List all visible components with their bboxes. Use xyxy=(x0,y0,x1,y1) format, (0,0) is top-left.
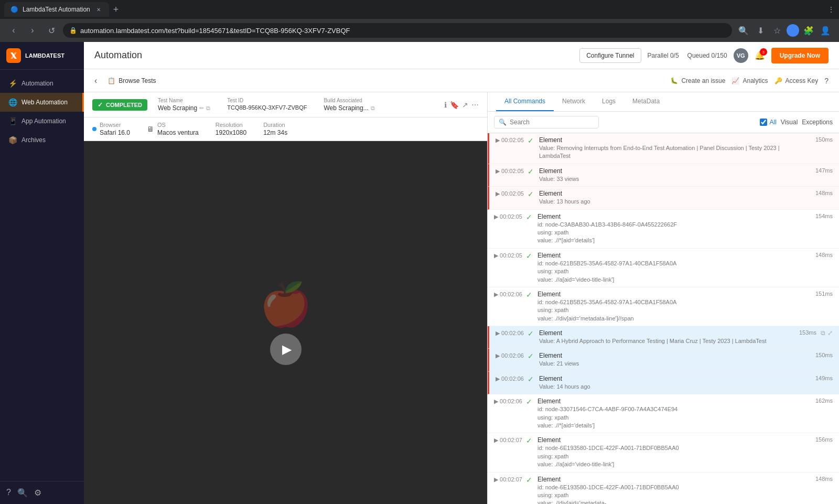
command-row[interactable]: ▶ 00:02:06 ✓ Element id: node-33071546-C… xyxy=(488,394,839,433)
command-row[interactable]: ▶ 00:02:05 ✓ Element Value: 13 hours ago… xyxy=(488,187,839,209)
user-avatar[interactable]: VG xyxy=(734,48,748,63)
command-duration: 148ms xyxy=(809,190,833,196)
configure-tunnel-button[interactable]: Configure Tunnel xyxy=(579,48,641,63)
topbar: Automation Configure Tunnel Parallel 0/5… xyxy=(84,42,839,69)
help-sub-icon[interactable]: ? xyxy=(824,77,829,85)
share-icon[interactable]: ↗ xyxy=(462,101,468,109)
extension-icon[interactable] xyxy=(787,24,799,37)
command-duration: 154ms xyxy=(809,213,833,219)
tab-menu-button[interactable]: ⋮ xyxy=(827,5,835,14)
command-duration: 151ms xyxy=(809,291,833,297)
extensions-icon[interactable]: 🧩 xyxy=(801,23,816,38)
command-status-icon: ✓ xyxy=(528,136,536,145)
sidebar-item-web-automation[interactable]: 🌐 Web Automation xyxy=(0,93,84,112)
os-icon: 🖥 xyxy=(147,125,154,133)
notification-button[interactable]: 🔔 3 xyxy=(755,50,765,60)
more-icon[interactable]: ⋯ xyxy=(471,101,479,109)
reload-button[interactable]: ↺ xyxy=(44,23,59,38)
filter-all-checkbox[interactable] xyxy=(760,119,767,126)
command-row[interactable]: ▶ 00:02:05 ✓ Element id: node-621B5B25-3… xyxy=(488,249,839,287)
access-key-button[interactable]: 🔑 Access Key xyxy=(775,77,819,84)
build-block: Build Associated Web Scraping... ⧉ xyxy=(324,98,374,112)
command-row[interactable]: ▶ 00:02:05 ✓ Element Value: Removing Int… xyxy=(488,133,839,164)
analytics-label: Analytics xyxy=(743,77,768,84)
help-icon[interactable]: ? xyxy=(6,488,11,498)
command-detail: id: node-621B5B25-35A6-4582-97A1-40CBA1F… xyxy=(537,260,805,284)
play-icon: ▶ xyxy=(282,342,292,357)
command-time: ▶ 00:02:05 xyxy=(496,190,524,197)
resolution-label: Resolution xyxy=(216,122,246,128)
download-icon[interactable]: ⬇ xyxy=(753,23,768,38)
command-status-icon: ✓ xyxy=(526,291,534,299)
address-bar[interactable]: 🔒 automation.lambdatest.com/test?build=1… xyxy=(63,23,732,38)
command-row[interactable]: ▶ 00:02:06 ✓ Element Value: A Hybrid App… xyxy=(488,326,839,349)
command-detail: id: node-621B5B25-35A6-4582-97A1-40CBA1F… xyxy=(537,298,805,323)
back-button[interactable]: ‹ xyxy=(94,76,97,85)
sidebar-item-app-automation[interactable]: 📱 App Automation xyxy=(0,112,84,131)
new-tab-button[interactable]: + xyxy=(111,4,121,15)
sidebar-nav: ⚡ Automation 🌐 Web Automation 📱 App Auto… xyxy=(0,70,84,481)
sidebar-item-automation[interactable]: ⚡ Automation xyxy=(0,74,84,93)
command-row[interactable]: ▶ 00:02:06 ✓ Element Value: 14 hours ago… xyxy=(488,372,839,394)
command-name: Element xyxy=(539,352,805,359)
command-duration: 148ms xyxy=(809,252,833,258)
command-content: Element id: node-33071546-C7CA-4ABF-9F00… xyxy=(537,398,805,430)
test-id-value: TCQ8B-956KQ-3XFV7-ZVBQF xyxy=(227,104,307,111)
tabs-bar: All Commands Network Logs MetaData xyxy=(488,92,839,112)
command-status-icon: ✓ xyxy=(528,352,536,360)
play-button[interactable]: ▶ xyxy=(270,334,302,365)
tab-metadata[interactable]: MetaData xyxy=(624,92,668,111)
command-expand-action[interactable]: ⤢ xyxy=(827,329,833,337)
search-toolbar-icon[interactable]: 🔍 xyxy=(736,23,751,38)
bookmark-test-icon[interactable]: 🔖 xyxy=(450,101,459,109)
command-row[interactable]: ▶ 00:02:05 ✓ Element id: node-C3ABAB30-A… xyxy=(488,210,839,249)
edit-icon[interactable]: ✏ xyxy=(199,105,204,112)
search-input[interactable] xyxy=(510,119,594,126)
topbar-right: Configure Tunnel Parallel 0/5 Queued 0/1… xyxy=(579,48,829,63)
sidebar-bottom: ? 🔍 ⚙ xyxy=(0,481,84,504)
command-time: ▶ 00:02:06 xyxy=(496,329,524,337)
settings-icon[interactable]: ⚙ xyxy=(34,488,41,498)
tab-network[interactable]: Network xyxy=(554,92,594,111)
command-row[interactable]: ▶ 00:02:05 ✓ Element Value: 33 views 147… xyxy=(488,164,839,187)
command-content: Element id: node-C3ABAB30-A1B3-43B6-846F… xyxy=(537,213,805,245)
app-automation-icon: 📱 xyxy=(8,117,17,125)
tab-close-button[interactable]: ✕ xyxy=(94,5,103,14)
bookmark-icon[interactable]: ☆ xyxy=(770,23,784,38)
resolution-detail: Resolution 1920x1080 xyxy=(216,122,246,136)
copy-icon[interactable]: ⧉ xyxy=(206,105,210,112)
create-issue-button[interactable]: 🐛 Create an issue xyxy=(670,77,725,84)
toolbar-icons: 🔍 ⬇ ☆ 🧩 👤 xyxy=(736,23,833,38)
browse-tests-button[interactable]: 📋 Browse Tests xyxy=(103,75,160,87)
back-nav-button[interactable]: ‹ xyxy=(6,23,21,38)
command-copy-action[interactable]: ⧉ xyxy=(821,329,825,337)
command-row[interactable]: ▶ 00:02:06 ✓ Element id: node-621B5B25-3… xyxy=(488,287,839,326)
browser-value: Safari 16.0 xyxy=(100,129,130,136)
build-copy-icon[interactable]: ⧉ xyxy=(371,105,375,112)
archives-icon: 📦 xyxy=(8,136,17,144)
command-status-icon: ✓ xyxy=(528,190,536,198)
command-row[interactable]: ▶ 00:02:07 ✓ Element id: node-6E193580-1… xyxy=(488,433,839,472)
filter-exceptions-button[interactable]: Exceptions xyxy=(802,119,833,126)
forward-nav-button[interactable]: › xyxy=(25,23,40,38)
command-name: Element xyxy=(539,329,789,337)
command-status-icon: ✓ xyxy=(526,436,534,445)
active-tab[interactable]: 🔵 LambdaTest Automation ✕ xyxy=(4,2,109,17)
search-bottom-icon[interactable]: 🔍 xyxy=(17,488,28,498)
filter-visual-button[interactable]: Visual xyxy=(781,119,798,126)
status-label: COMPLETED xyxy=(106,102,142,108)
command-detail: id: node-6E193580-1DCE-422F-A001-71BDF0B… xyxy=(537,484,805,504)
test-name-block: Test Name Web Scraping ✏ ⧉ xyxy=(158,98,210,112)
command-row[interactable]: ▶ 00:02:07 ✓ Element id: node-6E193580-1… xyxy=(488,473,839,504)
filter-all-button[interactable]: All xyxy=(760,119,776,126)
command-row[interactable]: ▶ 00:02:06 ✓ Element Value: 21 views 150… xyxy=(488,349,839,371)
info-btn[interactable]: ℹ xyxy=(444,101,447,109)
analytics-button[interactable]: 📈 Analytics xyxy=(732,77,768,84)
tab-logs[interactable]: Logs xyxy=(594,92,624,111)
command-content: Element Value: 14 hours ago xyxy=(539,375,805,391)
profile-icon[interactable]: 👤 xyxy=(818,23,833,38)
command-status-icon: ✓ xyxy=(526,213,534,221)
upgrade-button[interactable]: Upgrade Now xyxy=(771,48,829,63)
sidebar-item-archives[interactable]: 📦 Archives xyxy=(0,131,84,149)
tab-all-commands[interactable]: All Commands xyxy=(496,92,554,111)
